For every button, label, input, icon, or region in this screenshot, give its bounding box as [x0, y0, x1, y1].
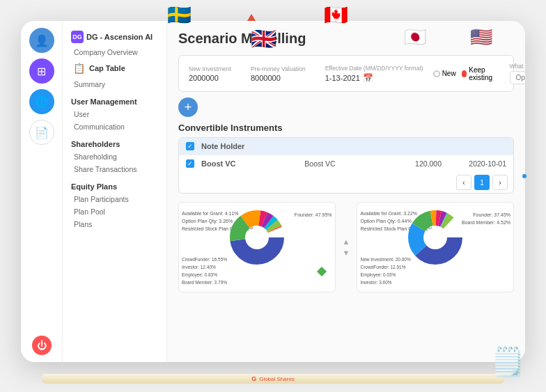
row-holder: Boost VC	[201, 159, 297, 168]
radio-new[interactable]: New	[433, 70, 456, 77]
arrow-up-chart: ▲	[343, 237, 350, 246]
nav-shareholding[interactable]: Shareholding	[63, 150, 166, 163]
chart2-labels-right: Founder: 37.45% Board Member: 4.52%	[462, 211, 510, 226]
flag-uk-icon: 🇬🇧	[251, 26, 276, 51]
nav-plan-pool[interactable]: Plan Pool	[63, 205, 166, 218]
svg-point-17	[426, 228, 445, 247]
cap-table-icon: 📋	[71, 61, 86, 76]
option-pool-group: What size should my option pool be? 🔍	[510, 63, 525, 84]
main-content-area: Scenario Modelling New Investment 200000…	[167, 21, 525, 362]
nav-section-user-management: User Management	[63, 91, 166, 108]
sidebar: 👤 ⊞ 🌐 📄 ⏻	[21, 21, 63, 362]
radio-keep-dot	[462, 70, 467, 77]
col-header-holder: Note Holder	[201, 142, 506, 150]
chart1-bottom-labels: CrowdFunder: 16.55% Investor: 12.40% Emp…	[182, 256, 227, 286]
row-col2: Boost VC	[304, 159, 377, 168]
cap-table-label: Cap Table	[89, 64, 125, 72]
radio-keep-label: Keep existing	[469, 66, 494, 81]
flag-japan-icon: 🇯🇵	[404, 26, 426, 48]
chart1-founder-label: Founder: 47.95%	[295, 211, 332, 219]
chart2-founder-label: Founder: 37.45%	[462, 211, 510, 219]
table-row: ✓ Boost VC Boost VC 120,000 2020-10-01	[179, 155, 513, 172]
row-amount: 120,000	[384, 159, 442, 168]
nav-communication[interactable]: Communication	[63, 120, 166, 133]
sidebar-icon-user[interactable]: 👤	[29, 28, 54, 53]
green-diamond-icon	[316, 267, 326, 276]
next-page-button[interactable]: ›	[492, 175, 508, 190]
sidebar-icon-grid[interactable]: ⊞	[29, 58, 54, 84]
pagination: ‹ 1 ›	[179, 172, 513, 193]
pre-money-label: Pre-money Valuation	[251, 65, 306, 72]
date-field-row: 1-13-2021 📅	[325, 73, 423, 83]
new-investment-label: New Investment	[189, 65, 231, 72]
nav-cap-table-row[interactable]: 📋 Cap Table	[63, 58, 166, 78]
chart1-svg	[229, 210, 285, 265]
nav-user[interactable]: User	[63, 108, 166, 120]
convertible-table: ✓ Note Holder ✓ Boost VC Boost VC 120,00…	[178, 137, 514, 194]
power-button[interactable]: ⏻	[32, 336, 52, 355]
pre-money-value: 8000000	[251, 74, 306, 82]
calendar-icon[interactable]: 📅	[363, 73, 373, 83]
left-navigation: DG DG - Ascension AI Company Overview 📋 …	[63, 21, 167, 362]
charts-row: Available for Grant: 4.11% Option Plan Q…	[178, 202, 514, 292]
chart-2: Available for Grant: 3.22% Option Plan Q…	[357, 202, 514, 292]
add-instrument-button[interactable]: +	[178, 97, 198, 117]
chart2-svg	[407, 210, 463, 265]
chart-1: Available for Grant: 4.11% Option Plan Q…	[178, 202, 336, 292]
sidebar-icon-doc[interactable]: 📄	[29, 120, 54, 145]
prev-page-button[interactable]: ‹	[456, 175, 471, 190]
new-investment-value: 2000000	[189, 74, 231, 82]
chart1-labels-right: Founder: 47.95%	[295, 211, 332, 219]
svg-point-8	[247, 228, 267, 247]
sidebar-icon-globe[interactable]: 🌐	[29, 89, 54, 114]
arrow-up-icon	[247, 14, 256, 21]
nav-plans[interactable]: Plans	[63, 218, 166, 230]
convertible-section-title: Convertible Instruments	[178, 123, 514, 133]
new-investment-field: New Investment 2000000	[189, 65, 231, 82]
radio-group: New Keep existing	[433, 66, 494, 81]
company-name-row[interactable]: DG DG - Ascension AI	[63, 28, 166, 46]
nav-share-transactions[interactable]: Share Transactions	[63, 163, 166, 175]
brand-name: Global Shares	[259, 376, 295, 382]
radio-keep[interactable]: Keep existing	[462, 66, 494, 81]
table-header-row: ✓ Note Holder	[179, 138, 513, 155]
blue-dot-indicator	[522, 174, 526, 178]
effective-date-field: Effective Date (MM/DD/YYYY format) 1-13-…	[325, 65, 423, 83]
effective-date-value: 1-13-2021	[325, 74, 360, 82]
crumpled-paper-decoration: 🗒️	[490, 345, 525, 378]
nav-company-overview[interactable]: Company Overview	[63, 46, 166, 58]
nav-summary[interactable]: Summary	[63, 78, 166, 91]
scenario-form: New Investment 2000000 Pre-money Valuati…	[178, 55, 514, 92]
row-checkbox[interactable]: ✓	[186, 159, 194, 168]
flag-usa-icon: 🇺🇸	[470, 26, 492, 48]
flag-sweden-icon: 🇸🇪	[167, 3, 192, 26]
radio-new-dot	[433, 70, 440, 77]
nav-plan-participants[interactable]: Plan Participants	[63, 193, 166, 205]
option-pool-input[interactable]	[510, 71, 525, 84]
chart-arrow: ▲ ▼	[343, 202, 350, 292]
brand-logo-g: G	[251, 375, 256, 382]
current-page-button[interactable]: 1	[474, 175, 490, 190]
nav-section-equity-plans: Equity Plans	[63, 175, 166, 193]
company-name: DG - Ascension AI	[86, 33, 153, 41]
select-all-checkbox[interactable]: ✓	[186, 142, 194, 150]
bottom-pencil-bar: G Global Shares	[42, 374, 504, 384]
main-window: 👤 ⊞ 🌐 📄 ⏻ DG DG - Ascension AI Company O…	[21, 21, 525, 362]
page-title: Scenario Modelling	[178, 31, 514, 47]
company-logo: DG	[71, 31, 84, 43]
effective-date-label: Effective Date (MM/DD/YYYY format)	[325, 65, 423, 72]
chart2-bottom-labels: New Investment: 20.00% CrowdFunder: 12.9…	[360, 256, 410, 286]
chart2-board-label: Board Member: 4.52%	[462, 219, 510, 226]
row-date: 2020-10-01	[448, 159, 506, 168]
option-pool-question: What size should my option pool be?	[510, 63, 525, 70]
arrow-down-chart: ▼	[343, 249, 350, 257]
flag-canada-icon: 🇨🇦	[324, 3, 348, 26]
pre-money-field: Pre-money Valuation 8000000	[251, 65, 306, 82]
radio-new-label: New	[442, 70, 456, 77]
nav-section-shareholders: Shareholders	[63, 133, 166, 150]
